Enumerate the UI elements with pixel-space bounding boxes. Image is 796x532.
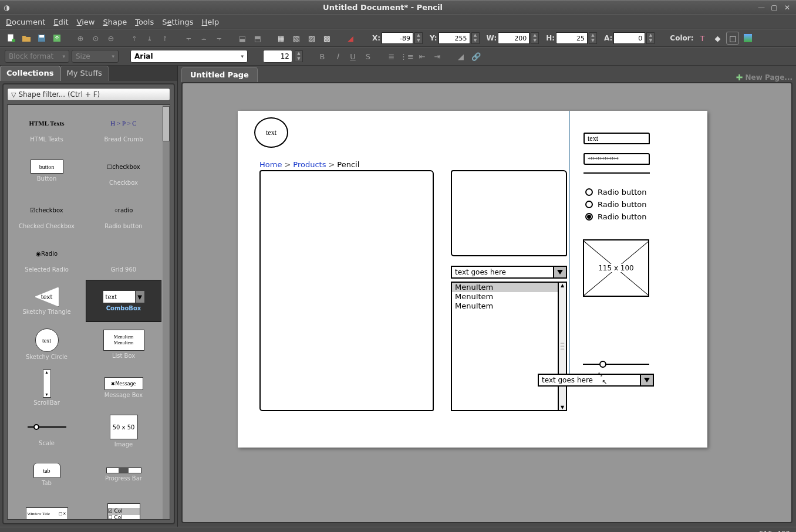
shape-triangle[interactable]: textSketchy Triangle [9,280,85,322]
canvas-rect-1[interactable] [259,170,434,411]
menu-tools[interactable]: Tools [135,18,154,26]
shape-htmltexts[interactable]: HTML TextsHTML Texts [9,106,85,148]
align-right-icon[interactable]: ⫯ [158,32,171,45]
shape-listbox[interactable]: MenuItem MenuItemList Box [86,323,161,365]
color-picker-icon[interactable]: ◢ [344,32,357,45]
bold-icon[interactable]: B [316,50,329,63]
shape-scrollbar[interactable]: ▲▼ScrollBar [9,367,85,409]
svg-point-1 [12,39,15,42]
canvas-hr[interactable] [583,172,650,174]
canvas-combobox-2[interactable]: text goes here [538,374,654,387]
distribute-h-icon[interactable]: ⬓ [236,32,249,45]
align-left-icon[interactable]: ⫯ [128,32,141,45]
font-combo[interactable]: Arial▾ [130,50,248,63]
tab-collections[interactable]: Collections [0,66,60,81]
align-top-icon[interactable]: ⫟ [182,32,195,45]
canvas[interactable]: text Home>Products>Pencil text *********… [181,82,792,523]
shape-image[interactable]: 50 x 50Image [86,410,161,452]
fontsize-input[interactable]: 12 [263,50,292,63]
zoom-out-icon[interactable]: ⊖ [104,32,117,45]
canvas-password-input[interactable]: ************* [583,153,650,165]
canvas-text-input[interactable]: text [583,133,650,144]
bullet-list-icon[interactable]: ≣ [385,50,398,63]
shape-combobox[interactable]: text▼ComboBox [86,280,161,322]
clear-format-icon[interactable]: ◢ [454,50,467,63]
a-input[interactable] [613,32,645,44]
size-combo[interactable]: Size▾ [72,50,119,63]
shape-messagebox[interactable]: ✖ MessageMessage Box [86,367,161,409]
canvas-slider[interactable] [583,364,649,365]
y-input[interactable] [439,32,470,44]
align-center-v-icon[interactable]: ⫠ [197,32,210,45]
open-icon[interactable] [20,32,33,45]
w-input[interactable] [498,32,529,44]
canvas-combobox-1[interactable]: text goes here [451,266,567,279]
close-button[interactable]: ✕ [782,4,792,12]
paper: text Home>Products>Pencil text *********… [238,111,707,448]
canvas-image-placeholder[interactable]: 115 x 100 [583,239,649,297]
h-input[interactable] [556,32,588,44]
align-center-h-icon[interactable]: ⫰ [143,32,156,45]
shape-checked-checkbox[interactable]: ☑ checkboxChecked Checkbox [9,193,85,235]
indent-icon[interactable]: ⇥ [431,50,444,63]
shape-breadcrumb[interactable]: H > P > CBread Crumb [86,106,161,148]
underline-icon[interactable]: U [346,50,359,63]
menu-document[interactable]: DDocumentocument [6,18,45,26]
bring-forward-icon[interactable]: ▧ [290,32,303,45]
canvas-circle[interactable]: text [254,117,288,148]
menu-shape[interactable]: Shape [103,18,127,26]
block-format-combo[interactable]: Block format▾ [5,50,69,63]
shape-scale[interactable]: Scale [9,410,85,452]
outdent-icon[interactable]: ⇤ [416,50,429,63]
italic-icon[interactable]: I [331,50,344,63]
tab-mystuffs[interactable]: My Stuffs [60,66,109,81]
send-backward-icon[interactable]: ▨ [305,32,318,45]
strike-icon[interactable]: S [362,50,375,63]
palette-scrollbar[interactable] [163,105,170,519]
shape-circle[interactable]: textSketchy Circle [9,323,85,365]
shape-button[interactable]: buttonButton [9,150,85,192]
shape-grid960[interactable]: Grid 960 [86,236,161,279]
link-icon[interactable]: 🔗 [470,50,483,63]
canvas-rect-2[interactable] [451,170,567,256]
guide-vertical [569,111,570,374]
canvas-radio-group[interactable]: Radio button Radio button Radio button [585,188,647,225]
align-bottom-icon[interactable]: ⫟ [213,32,225,45]
send-back-icon[interactable]: ▩ [321,32,333,45]
bring-front-icon[interactable]: ▦ [275,32,288,45]
menu-view[interactable]: View [77,18,95,26]
shape-window-frame[interactable]: Window Title□✕Windown Frame [9,497,85,520]
menu-edit[interactable]: Edit [53,18,68,26]
window-title: Untitled Document* - Pencil [12,3,754,12]
x-label: X: [372,34,380,42]
zoom-reset-icon[interactable]: ⊙ [89,32,102,45]
page-tab[interactable]: Untitled Page [181,67,258,82]
zoom-in-icon[interactable]: ⊕ [74,32,87,45]
fill-color-icon[interactable] [741,32,754,45]
shape-filter-input[interactable]: ▽Shape filter... (Ctrl + F) [7,88,170,101]
fill-none-icon[interactable]: □ [726,32,739,45]
shape-tab[interactable]: tabTab [9,453,85,496]
export-icon[interactable] [50,32,63,45]
x-input[interactable] [382,32,413,44]
text-color-icon[interactable]: T [696,32,709,45]
number-list-icon[interactable]: ⋮≡ [400,50,413,63]
new-page-button[interactable]: ✚New Page... [736,73,792,82]
menu-help[interactable]: Help [202,18,220,26]
maximize-button[interactable]: ▢ [769,4,780,12]
save-icon[interactable] [35,32,48,45]
shape-checkbox[interactable]: ☐ checkboxCheckbox [86,150,161,192]
svg-rect-3 [39,35,44,38]
distribute-v-icon[interactable]: ⬒ [251,32,264,45]
canvas-breadcrumb[interactable]: Home>Products>Pencil [259,160,359,170]
plus-icon: ✚ [736,73,743,82]
canvas-listbox[interactable]: MenuItem MenuItem MenuItem ▲———▼ [451,282,567,411]
shape-selected-radio[interactable]: ◉ RadioSelected Radio [9,236,85,279]
shape-radio[interactable]: ○ radioRadio button [86,193,161,235]
menu-settings[interactable]: Settings [162,18,193,26]
stroke-color-icon[interactable]: ◆ [711,32,724,45]
shape-table[interactable]: ☑ Col☐ ColTable [86,497,161,520]
minimize-button[interactable]: — [756,4,767,12]
shape-progressbar[interactable]: Progress Bar [86,453,161,496]
new-icon[interactable] [5,32,18,45]
